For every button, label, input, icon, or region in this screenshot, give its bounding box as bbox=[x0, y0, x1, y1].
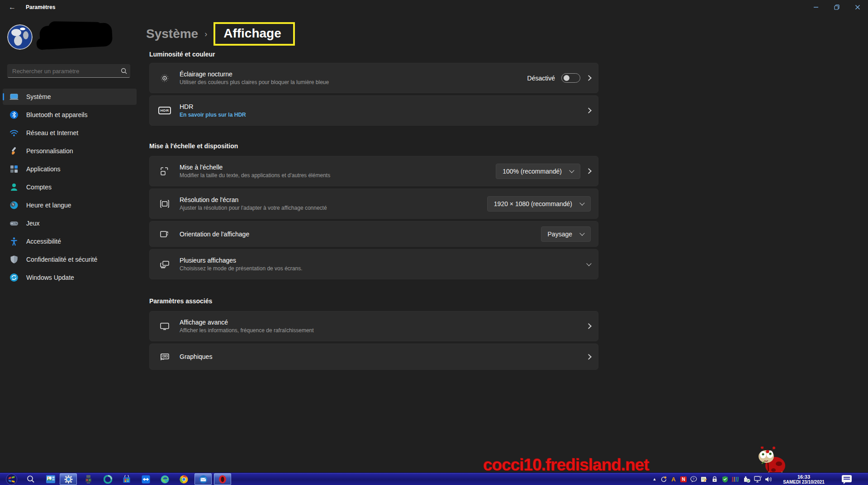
row-hdr[interactable]: HDR HDR En savoir plus sur la HDR bbox=[149, 95, 598, 126]
graphics-icon bbox=[158, 350, 171, 363]
tray-display-monitor-icon[interactable] bbox=[754, 475, 762, 483]
tray-signal-waves-icon[interactable] bbox=[731, 475, 739, 483]
sidebar-item-label: Bluetooth et appareils bbox=[26, 111, 87, 118]
section-title-parametres-associes: Paramètres associés bbox=[149, 297, 212, 305]
chevron-down-icon bbox=[579, 200, 584, 205]
avatar bbox=[7, 24, 33, 50]
breadcrumb-parent[interactable]: Système bbox=[146, 27, 198, 41]
accessibility-icon bbox=[9, 236, 19, 246]
tray-show-hidden-icon[interactable]: ▲ bbox=[650, 475, 659, 483]
orientation-dropdown[interactable]: Paysage bbox=[541, 226, 591, 242]
tray-security-shield-icon[interactable] bbox=[721, 475, 729, 483]
clock-time: 16:33 bbox=[772, 474, 835, 480]
taskbar-photo-app[interactable] bbox=[42, 473, 59, 485]
tray-volume-icon[interactable] bbox=[764, 475, 773, 483]
row-plusieurs-affichages[interactable]: Plusieurs affichages Choisissez le mode … bbox=[149, 249, 598, 279]
close-icon bbox=[855, 5, 860, 10]
scale-dropdown[interactable]: 100% (recommandé) bbox=[496, 164, 580, 179]
chevron-right-icon bbox=[586, 108, 592, 113]
gaming-icon bbox=[9, 218, 19, 228]
row-title: HDR bbox=[180, 103, 587, 110]
bluetooth-icon bbox=[9, 110, 19, 120]
sidebar-item-label: Jeux bbox=[26, 220, 40, 227]
sidebar-item-label: Réseau et Internet bbox=[26, 129, 78, 137]
settings-window: ← Paramètres bbox=[0, 0, 868, 485]
sidebar-item-personnalisation[interactable]: Personnalisation bbox=[3, 143, 137, 159]
close-button[interactable] bbox=[847, 0, 868, 14]
row-subtitle: Modifier la taille du texte, des applica… bbox=[180, 172, 496, 179]
ring-app-icon bbox=[104, 475, 112, 484]
taskbar-teamviewer[interactable] bbox=[137, 473, 154, 485]
row-subtitle: Utiliser des couleurs plus claires pour … bbox=[180, 79, 527, 85]
accounts-icon bbox=[9, 182, 19, 192]
row-orientation[interactable]: Orientation de l'affichage Paysage bbox=[149, 221, 598, 247]
tray-usb-eject-icon[interactable] bbox=[743, 475, 751, 483]
row-title: Plusieurs affichages bbox=[180, 257, 587, 264]
back-button[interactable]: ← bbox=[5, 2, 19, 13]
row-subtitle: Afficher les informations, fréquence de … bbox=[180, 327, 587, 334]
clock-date: SAMEDI 23/10/2021 bbox=[772, 480, 835, 485]
network-icon bbox=[9, 128, 19, 138]
multiple-displays-icon bbox=[158, 258, 171, 271]
sidebar-item-jeux[interactable]: Jeux bbox=[3, 215, 137, 231]
resolution-dropdown[interactable]: 1920 × 1080 (recommandé) bbox=[487, 196, 591, 212]
tray-hotspot-lock-icon[interactable] bbox=[711, 475, 719, 483]
chevron-right-icon bbox=[586, 75, 592, 81]
sidebar-item-heure-langue[interactable]: Heure et langue bbox=[3, 197, 137, 213]
sidebar-item-confidentialite[interactable]: Confidentialité et sécurité bbox=[3, 251, 137, 268]
row-affichage-avance[interactable]: Affichage avancé Afficher les informatio… bbox=[149, 311, 598, 341]
sidebar-item-systeme[interactable]: Système bbox=[3, 89, 137, 105]
sidebar-item-windows-update[interactable]: Windows Update bbox=[3, 269, 137, 286]
taskbar-microsoft-store[interactable] bbox=[118, 473, 135, 485]
taskbar-ring-app[interactable] bbox=[99, 473, 116, 485]
sidebar-item-applications[interactable]: Applications bbox=[3, 161, 137, 177]
row-title: Éclairage nocturne bbox=[180, 71, 527, 78]
restore-button[interactable] bbox=[826, 0, 847, 14]
row-title: Orientation de l'affichage bbox=[180, 231, 541, 238]
row-graphiques[interactable]: Graphiques bbox=[149, 344, 598, 370]
search-input[interactable] bbox=[8, 68, 118, 75]
taskbar-opera[interactable] bbox=[214, 473, 231, 485]
night-light-toggle[interactable] bbox=[561, 73, 580, 83]
teamviewer-icon bbox=[142, 475, 150, 484]
taskbar-edge[interactable] bbox=[156, 473, 173, 485]
tray-notes-icon[interactable] bbox=[700, 475, 708, 483]
sidebar-item-bluetooth[interactable]: Bluetooth et appareils bbox=[3, 107, 137, 123]
section-title-mise-echelle: Mise à l'échelle et disposition bbox=[149, 142, 238, 150]
sidebar-nav: Système Bluetooth et appareils Réseau et… bbox=[3, 89, 137, 287]
privacy-icon bbox=[9, 254, 19, 264]
search-box[interactable] bbox=[7, 64, 130, 78]
notification-center-icon[interactable] bbox=[842, 475, 852, 482]
sidebar-item-label: Windows Update bbox=[26, 274, 74, 281]
profile-area[interactable] bbox=[7, 24, 134, 51]
taskbar-media-robot-app[interactable] bbox=[80, 473, 97, 485]
taskbar-clock[interactable]: 16:33 SAMEDI 23/10/2021 bbox=[772, 473, 835, 485]
row-title: Graphiques bbox=[180, 353, 587, 360]
start-button[interactable] bbox=[3, 473, 20, 485]
sidebar: Système Bluetooth et appareils Réseau et… bbox=[0, 14, 140, 473]
tray-antivirus-a-icon[interactable]: A bbox=[669, 475, 678, 483]
hdr-learn-more-link[interactable]: En savoir plus sur la HDR bbox=[180, 112, 587, 118]
resolution-icon bbox=[158, 197, 171, 211]
sidebar-item-label: Heure et langue bbox=[26, 202, 71, 209]
taskbar-search-icon bbox=[27, 475, 35, 483]
taskbar-settings-app[interactable] bbox=[60, 473, 77, 485]
row-mise-a-echelle[interactable]: Mise à l'échelle Modifier la taille du t… bbox=[149, 156, 598, 186]
tray-help-balloon-icon[interactable]: ? bbox=[689, 475, 697, 483]
sidebar-item-reseau[interactable]: Réseau et Internet bbox=[3, 125, 137, 141]
tray-norton-n-icon[interactable]: N bbox=[679, 475, 688, 483]
taskbar-thunderbird[interactable] bbox=[194, 473, 212, 485]
sidebar-item-accessibilite[interactable]: Accessibilité bbox=[3, 233, 137, 250]
time-language-icon bbox=[9, 200, 19, 210]
photo-app-icon bbox=[46, 475, 55, 483]
annotation-highlight-box: Affichage bbox=[213, 22, 295, 46]
redacted-username bbox=[39, 23, 113, 50]
tray-sync-icon[interactable] bbox=[659, 475, 668, 483]
chrome-icon bbox=[180, 475, 188, 484]
taskbar-chrome[interactable] bbox=[175, 473, 192, 485]
row-resolution[interactable]: Résolution de l'écran Ajuster la résolut… bbox=[149, 188, 598, 219]
taskbar-search-button[interactable] bbox=[22, 473, 39, 485]
minimize-button[interactable] bbox=[806, 0, 826, 14]
row-eclairage-nocturne[interactable]: Éclairage nocturne Utiliser des couleurs… bbox=[149, 63, 598, 93]
sidebar-item-comptes[interactable]: Comptes bbox=[3, 179, 137, 195]
